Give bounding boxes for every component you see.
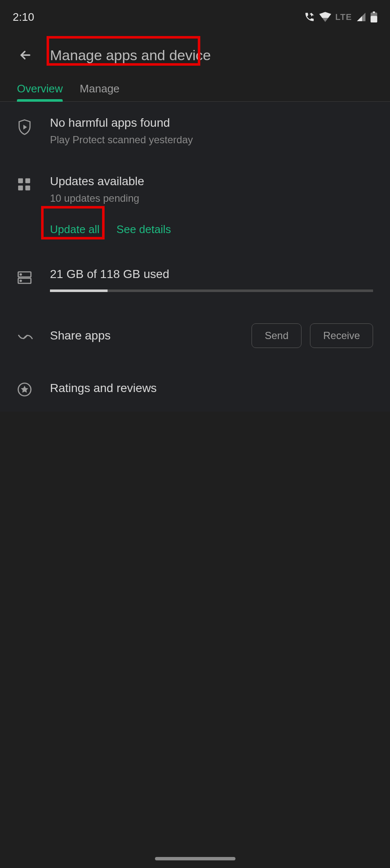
receive-button[interactable]: Receive <box>310 323 373 348</box>
ratings-title: Ratings and reviews <box>50 381 157 395</box>
row-storage[interactable]: 21 GB of 118 GB used <box>0 253 390 306</box>
row-play-protect[interactable]: No harmful apps found Play Protect scann… <box>0 102 390 160</box>
status-bar: 2:10 LTE <box>0 0 390 34</box>
status-indicators: LTE <box>304 11 377 22</box>
svg-point-10 <box>20 280 22 281</box>
update-all-button[interactable]: Update all <box>50 223 100 236</box>
share-apps-title: Share apps <box>50 329 111 342</box>
svg-rect-3 <box>18 178 23 183</box>
storage-progress <box>50 289 373 292</box>
svg-rect-1 <box>371 16 377 22</box>
signal-icon <box>356 12 366 22</box>
play-protect-sub: Play Protect scanned yesterday <box>50 134 373 146</box>
status-time: 2:10 <box>13 11 34 24</box>
shield-play-icon <box>17 116 50 136</box>
send-button[interactable]: Send <box>252 323 301 348</box>
storage-icon <box>17 267 50 285</box>
see-details-button[interactable]: See details <box>116 223 171 236</box>
star-circle-icon <box>17 379 50 397</box>
svg-point-9 <box>20 274 22 275</box>
page-title: Manage apps and device <box>50 47 211 64</box>
updates-sub: 10 updates pending <box>50 192 373 204</box>
row-ratings-reviews[interactable]: Ratings and reviews <box>0 365 390 412</box>
svg-rect-2 <box>373 11 375 13</box>
navigation-handle[interactable] <box>155 857 235 860</box>
network-type-label: LTE <box>335 12 352 22</box>
wifi-icon <box>319 12 331 22</box>
tab-bar: Overview Manage <box>0 76 390 102</box>
svg-rect-5 <box>18 186 23 190</box>
tab-overview[interactable]: Overview <box>17 76 63 101</box>
apps-grid-icon <box>17 175 50 192</box>
tab-manage[interactable]: Manage <box>80 76 119 101</box>
row-updates: Updates available 10 updates pending Upd… <box>0 160 390 253</box>
svg-rect-6 <box>25 186 30 190</box>
svg-rect-4 <box>25 178 30 183</box>
back-button[interactable] <box>17 47 34 64</box>
app-header: Manage apps and device <box>0 34 390 76</box>
wifi-calling-icon <box>304 11 315 22</box>
nearby-share-icon <box>17 328 50 343</box>
storage-progress-fill <box>50 289 108 292</box>
play-protect-title: No harmful apps found <box>50 116 373 130</box>
battery-icon <box>371 11 377 22</box>
updates-title: Updates available <box>50 175 373 188</box>
storage-title: 21 GB of 118 GB used <box>50 267 373 281</box>
row-share-apps: Share apps Send Receive <box>0 306 390 365</box>
